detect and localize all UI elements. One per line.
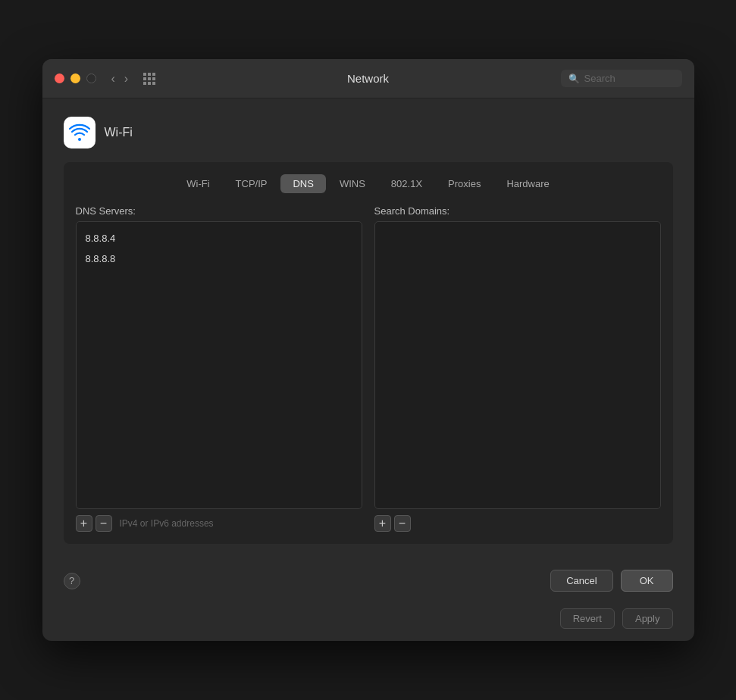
- dns-servers-label: DNS Servers:: [76, 205, 362, 217]
- action-bar: Revert Apply: [42, 602, 694, 641]
- wifi-header: Wi-Fi: [64, 117, 673, 148]
- tab-dns[interactable]: DNS: [280, 174, 325, 193]
- tab-8021x[interactable]: 802.1X: [379, 174, 434, 193]
- dns-panels: DNS Servers: 8.8.8.4 8.8.8.8 + − IPv4 or…: [76, 205, 661, 532]
- dns-servers-list[interactable]: 8.8.8.4 8.8.8.8: [76, 221, 362, 509]
- dns-entry-1: 8.8.8.4: [83, 228, 355, 248]
- search-box[interactable]: 🔍 Search: [561, 70, 682, 87]
- dns-servers-footer: + − IPv4 or IPv6 addresses: [76, 515, 362, 532]
- search-placeholder: Search: [584, 73, 615, 84]
- tab-tcpip[interactable]: TCP/IP: [224, 174, 280, 193]
- dns-remove-button[interactable]: −: [96, 515, 112, 532]
- maximize-button[interactable]: [86, 73, 96, 83]
- dns-servers-panel: DNS Servers: 8.8.8.4 8.8.8.8 + − IPv4 or…: [76, 205, 362, 532]
- wifi-label: Wi-Fi: [105, 126, 133, 139]
- forward-button[interactable]: ›: [121, 70, 131, 87]
- tab-wifi[interactable]: Wi-Fi: [174, 174, 221, 193]
- domains-remove-button[interactable]: −: [394, 515, 411, 532]
- dialog-buttons: Cancel OK: [550, 570, 672, 592]
- dns-hint: IPv4 or IPv6 addresses: [120, 518, 214, 529]
- tab-hardware[interactable]: Hardware: [494, 174, 561, 193]
- nav-buttons: ‹ ›: [108, 70, 132, 87]
- ok-button[interactable]: OK: [621, 570, 673, 592]
- domains-add-button[interactable]: +: [374, 515, 391, 532]
- wifi-icon: [69, 122, 90, 143]
- tab-wins[interactable]: WINS: [327, 174, 377, 193]
- search-domains-label: Search Domains:: [374, 205, 661, 217]
- back-button[interactable]: ‹: [108, 70, 118, 87]
- cancel-button[interactable]: Cancel: [550, 570, 612, 592]
- grid-icon[interactable]: [143, 73, 155, 85]
- tab-proxies[interactable]: Proxies: [436, 174, 493, 193]
- network-window: ‹ › Network 🔍 Search: [42, 59, 694, 641]
- help-button[interactable]: ?: [64, 573, 80, 589]
- minimize-button[interactable]: [70, 73, 80, 83]
- traffic-lights: [55, 73, 96, 83]
- revert-button[interactable]: Revert: [560, 608, 615, 629]
- search-domains-list[interactable]: [374, 221, 661, 509]
- titlebar: ‹ › Network 🔍 Search: [42, 59, 694, 98]
- tabs-container: Wi-Fi TCP/IP DNS WINS 802.1X Proxies Har…: [64, 162, 673, 544]
- tabs-row: Wi-Fi TCP/IP DNS WINS 802.1X Proxies Har…: [76, 174, 661, 193]
- window-title: Network: [347, 72, 389, 85]
- bottom-bar: ? Cancel OK: [42, 559, 694, 602]
- apply-button[interactable]: Apply: [622, 608, 673, 629]
- search-domains-panel: Search Domains: + −: [374, 205, 661, 532]
- content-area: Wi-Fi Wi-Fi TCP/IP DNS WINS 802.1X Proxi…: [42, 98, 694, 559]
- search-domains-footer: + −: [374, 515, 661, 532]
- wifi-icon-container: [64, 117, 96, 148]
- close-button[interactable]: [55, 73, 64, 83]
- dns-entry-2: 8.8.8.8: [83, 248, 355, 269]
- search-icon: 🔍: [568, 73, 580, 84]
- dns-add-button[interactable]: +: [76, 515, 92, 532]
